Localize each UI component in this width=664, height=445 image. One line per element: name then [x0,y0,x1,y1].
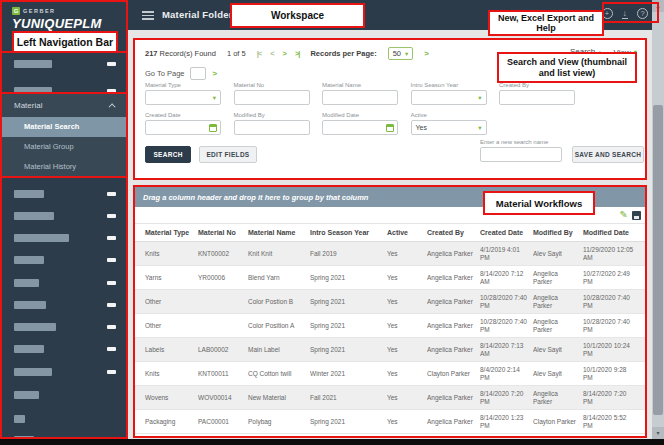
sidebar-item-redacted[interactable] [0,274,128,292]
window-bottom-edge [0,439,664,445]
column-header-material-no[interactable]: Material No [198,229,248,236]
dash-icon [107,214,116,218]
field-input[interactable] [322,120,398,135]
edit-pencil-icon[interactable]: ✎ [620,209,628,220]
sidebar-item-redacted[interactable] [0,185,128,203]
cell-modified-by: Angelica Parker [533,270,583,286]
field-label: Material Type [145,82,221,88]
sidebar-item-redacted[interactable] [0,363,128,381]
save-search-name-input[interactable] [480,147,562,162]
sidebar-item-redacted[interactable] [0,55,128,73]
save-disk-icon[interactable] [632,211,641,220]
cell-material-type: Other [145,322,198,330]
redacted-label [14,391,39,399]
field-input[interactable] [322,90,398,105]
field-input[interactable] [234,120,310,135]
excel-export-icon[interactable]: ↓ [622,9,629,19]
sidebar-item-redacted[interactable] [0,318,128,336]
sidebar-item-redacted[interactable] [0,229,128,247]
redacted-label [14,212,54,220]
column-header-modified-date[interactable]: Modified Date [583,229,640,236]
table-row[interactable]: WovensWOV00014New MaterialFall 2021YesAn… [135,386,645,410]
dash-icon [107,303,116,307]
sidebar-item-redacted[interactable] [0,340,128,358]
records-per-page-select[interactable]: 50 ▾ [388,47,414,60]
search-button[interactable]: SEARCH [145,146,191,163]
field-input[interactable] [234,90,310,105]
column-header-intro-season-year[interactable]: Intro Season Year [310,229,387,236]
cell-modified-date: 11/29/2020 12:05 AM [583,246,640,262]
text-input[interactable] [500,96,574,109]
cell-intro-season-year: Fall 2021 [310,394,387,402]
field-input[interactable] [499,90,575,105]
cell-created-by: Angelica Parker [427,418,480,426]
field-label: Active [411,112,487,118]
column-header-created-by[interactable]: Created By [427,229,480,236]
records-found-text: 217 Record(s) Found [145,49,216,58]
cell-active: Yes [387,346,427,354]
table-row[interactable]: YarnsYR00006Blend YarnSpring 2021YesAnge… [135,266,645,290]
sidebar-item-redacted[interactable] [0,207,128,225]
grid-header-row: Material TypeMaterial NoMaterial NameInt… [135,224,645,242]
help-icon[interactable]: ? [637,8,648,19]
scroll-up-icon[interactable]: ▴ [652,0,664,12]
cell-modified-date: 8/14/2020 7:20 PM [583,390,640,406]
gerber-wordmark: GERBER [23,8,56,14]
column-header-created-date[interactable]: Created Date [480,229,533,236]
sidebar-item-redacted[interactable] [0,296,128,314]
prev-page-icon[interactable]: < [270,49,273,58]
cell-material-type: Knits [145,250,198,258]
sidebar-item-material-search[interactable]: Material Search [0,117,128,137]
column-header-material-type[interactable]: Material Type [145,229,198,236]
sidebar-item-redacted[interactable] [0,410,128,428]
calendar-icon[interactable] [386,124,394,132]
sidebar-item-material-group[interactable]: Material Group [0,137,128,157]
dash-icon [107,281,116,285]
text-input[interactable] [235,96,309,109]
cell-modified-by: Angelica Parker [533,294,583,310]
table-row[interactable]: KnitsKNT00011CQ Cotton twillWinter 2021Y… [135,362,645,386]
field-input[interactable]: ▾ [411,90,487,105]
scrollbar-thumb[interactable] [653,105,663,415]
save-and-search-button[interactable]: SAVE AND SEARCH [572,146,644,163]
annotation-new-excel-export-help: New, Excel Export and Help [488,10,604,36]
last-page-icon[interactable]: >| [295,49,299,58]
table-row[interactable]: OtherColor Position ASpring 2021YesAngel… [135,314,645,338]
vertical-scrollbar[interactable]: ▴ ▾ [652,0,664,445]
table-row[interactable]: PackagingPAC00001PolybagSpring 2021YesAn… [135,410,645,434]
field-input[interactable]: Yes▾ [411,120,487,135]
redacted-label [14,234,69,242]
first-page-icon[interactable]: |< [257,49,261,58]
hamburger-menu-icon[interactable] [142,11,154,22]
goto-page-go-icon[interactable]: > [212,69,217,78]
sidebar-item-redacted[interactable] [0,251,128,269]
edit-fields-button[interactable]: EDIT FIELDS [199,146,257,163]
column-header-material-name[interactable]: Material Name [248,229,310,236]
sidebar-item-material-history[interactable]: Material History [0,157,128,177]
redacted-label [14,323,56,331]
text-input[interactable] [235,126,309,139]
calendar-icon[interactable] [209,124,217,132]
cell-active: Yes [387,322,427,330]
per-page-go-icon[interactable]: > [424,49,429,58]
cell-created-by: Clayton Parker [427,370,480,378]
field-label: Material No [234,82,310,88]
goto-page-input[interactable] [190,67,206,80]
table-row[interactable]: LabelsLAB00002Main LabelSpring 2021YesAn… [135,338,645,362]
cell-material-name: Color Position A [248,322,310,330]
field-input[interactable] [145,120,221,135]
sidebar-item-redacted[interactable] [0,386,128,404]
next-page-icon[interactable]: > [283,49,286,58]
table-row[interactable]: OtherColor Postion BSpring 2021YesAngeli… [135,290,645,314]
cell-created-by: Angelica Parker [427,394,480,402]
field-input[interactable]: ▾ [145,90,221,105]
cell-modified-date: 10/28/2020 7:40 PM [583,294,640,310]
scroll-down-icon[interactable]: ▾ [652,427,664,439]
sidebar-item-material[interactable]: Material [0,93,128,117]
column-header-modified-by[interactable]: Modified By [533,229,583,236]
field-intro-season-year: Intro Season Year▾ [411,82,487,105]
text-input[interactable] [323,96,397,109]
table-row[interactable]: KnitsKNT00002Knit KnitFall 2019YesAngeli… [135,242,645,266]
dash-icon [107,347,116,351]
column-header-active[interactable]: Active [387,229,427,236]
